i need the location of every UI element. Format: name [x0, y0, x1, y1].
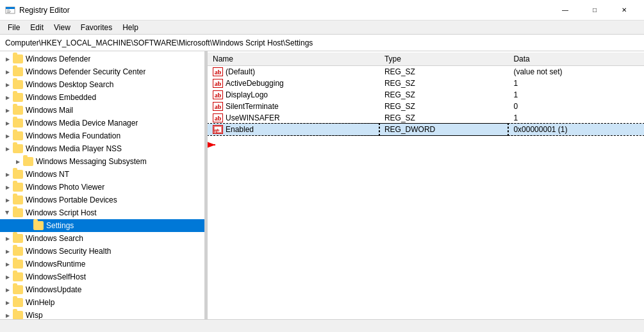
tree-label: Windows Media Foundation: [26, 131, 120, 140]
minimize-button[interactable]: —: [550, 0, 580, 21]
tree-item-windowsselfhost[interactable]: ▶ WindowsSelfHost: [0, 270, 204, 283]
table-row[interactable]: ab UseWINSAFER REG_SZ 1: [208, 112, 644, 124]
tree-item-windows-defender-security-center[interactable]: ▶ Windows Defender Security Center: [0, 65, 204, 78]
registry-editor-icon: [5, 5, 15, 15]
col-header-data[interactable]: Data: [508, 53, 644, 66]
main-content: ▶ Windows Defender ▶ Windows Defender Se…: [0, 51, 644, 319]
tree-item-windows-media-player-nss[interactable]: ▶ Windows Media Player NSS: [0, 142, 204, 155]
tree-arrow: ▶: [3, 233, 13, 244]
tree-label: Windows Media Player NSS: [26, 144, 122, 153]
tree-label: Windows Mail: [26, 106, 73, 115]
folder-icon: [13, 131, 23, 140]
folder-icon: [13, 195, 23, 204]
folder-icon: [13, 170, 23, 179]
tree-item-windows-nt[interactable]: ▶ Windows NT: [0, 168, 204, 181]
reg-name-label: SilentTerminate: [226, 102, 279, 111]
folder-icon: [13, 285, 23, 294]
tree-arrow: ▶: [3, 195, 13, 205]
reg-type: REG_SZ: [379, 66, 509, 78]
tree-label: Windows Desktop Search: [26, 80, 113, 89]
reg-dword-icon: ab 01: [213, 125, 223, 134]
reg-type: REG_SZ: [379, 101, 509, 112]
tree-item-windows-script-host[interactable]: ▶ Windows Script Host: [0, 206, 204, 219]
col-header-type[interactable]: Type: [379, 53, 509, 66]
tree-item-wisp[interactable]: ▶ Wisp: [0, 309, 204, 319]
tree-item-windows-portable-devices[interactable]: ▶ Windows Portable Devices: [0, 194, 204, 206]
tree-item-settings[interactable]: Settings: [0, 219, 204, 232]
folder-icon: [13, 247, 23, 256]
reg-data: 0x00000001 (1): [508, 124, 644, 135]
tree-item-windows-media-device-manager[interactable]: ▶ Windows Media Device Manager: [0, 117, 204, 129]
menu-bar: File Edit View Favorites Help: [0, 21, 644, 35]
reg-name: ab UseWINSAFER: [208, 112, 379, 124]
tree-label: WindowsRuntime: [26, 260, 85, 269]
svg-rect-2: [7, 10, 10, 10]
tree-item-windows-mail[interactable]: ▶ Windows Mail: [0, 104, 204, 117]
app-title: Registry Editor: [19, 6, 70, 15]
tree-label: Windows NT: [26, 170, 69, 179]
table-row[interactable]: ab ActiveDebugging REG_SZ 1: [208, 78, 644, 89]
col-header-name[interactable]: Name: [208, 53, 379, 66]
tree-item-windows-embedded[interactable]: ▶ Windows Embedded: [0, 91, 204, 104]
reg-name-label: ActiveDebugging: [226, 79, 284, 88]
menu-help[interactable]: Help: [117, 22, 144, 33]
table-row[interactable]: ab SilentTerminate REG_SZ 0: [208, 101, 644, 112]
address-bar[interactable]: Computer\HKEY_LOCAL_MACHINE\SOFTWARE\Mic…: [0, 35, 644, 51]
reg-type: REG_SZ: [379, 89, 509, 101]
tree-item-windows-photo-viewer[interactable]: ▶ Windows Photo Viewer: [0, 181, 204, 194]
tree-item-windowsupdate[interactable]: ▶ WindowsUpdate: [0, 283, 204, 296]
menu-view[interactable]: View: [49, 22, 76, 33]
title-bar: Registry Editor — □ ✕: [0, 0, 644, 21]
tree-label: Windows Messaging Subsystem: [36, 157, 147, 166]
tree-arrow: ▶: [3, 310, 13, 319]
reg-name: ab 01 Enabled: [208, 124, 379, 135]
tree-item-windows-messaging-subsystem[interactable]: ▶ Windows Messaging Subsystem: [0, 155, 204, 168]
menu-edit[interactable]: Edit: [25, 22, 49, 33]
svg-rect-4: [7, 12, 10, 13]
folder-icon: [13, 93, 23, 102]
reg-name-label-enabled: Enabled: [226, 125, 254, 134]
values-table: Name Type Data ab (Default) REG_SZ (valu…: [208, 53, 644, 135]
tree-item-windowsruntime[interactable]: ▶ WindowsRuntime: [0, 258, 204, 270]
reg-type: REG_SZ: [379, 112, 509, 124]
folder-icon: [13, 80, 23, 89]
folder-icon: [13, 260, 23, 269]
table-row-enabled[interactable]: ab 01 Enabled REG_DWORD 0x00000001 (1): [208, 124, 644, 135]
folder-icon-settings: [33, 221, 44, 230]
tree-arrow-expanded: ▶: [3, 208, 13, 218]
tree-label: WindowsSelfHost: [26, 272, 86, 281]
tree-arrow: ▶: [3, 92, 13, 103]
tree-label-settings: Settings: [46, 221, 74, 230]
folder-icon: [13, 119, 23, 128]
folder-icon: [13, 144, 23, 153]
close-button[interactable]: ✕: [609, 0, 639, 21]
reg-data: (value not set): [508, 66, 644, 78]
menu-file[interactable]: File: [3, 22, 25, 33]
tree-arrow: ▶: [3, 259, 13, 269]
tree-arrow: ▶: [3, 67, 13, 77]
menu-favorites[interactable]: Favorites: [76, 22, 117, 33]
reg-sz-icon: ab: [213, 67, 223, 76]
folder-icon: [13, 54, 23, 63]
tree-arrow: ▶: [3, 144, 13, 154]
table-row[interactable]: ab DisplayLogo REG_SZ 1: [208, 89, 644, 101]
folder-icon: [13, 234, 23, 243]
tree-item-windows-desktop-search[interactable]: ▶ Windows Desktop Search: [0, 78, 204, 91]
maximize-button[interactable]: □: [580, 0, 609, 21]
tree-label: WindowsUpdate: [26, 285, 81, 294]
tree-item-windows-search[interactable]: ▶ Windows Search: [0, 232, 204, 245]
table-row[interactable]: ab (Default) REG_SZ (value not set): [208, 66, 644, 78]
tree-arrow: ▶: [3, 54, 13, 64]
tree-item-windows-defender[interactable]: ▶ Windows Defender: [0, 53, 204, 65]
folder-icon: [13, 311, 23, 319]
folder-icon: [13, 272, 23, 281]
tree-item-windows-media-foundation[interactable]: ▶ Windows Media Foundation: [0, 129, 204, 142]
folder-icon: [13, 298, 23, 307]
svg-rect-1: [6, 7, 15, 9]
tree-item-windows-security-health[interactable]: ▶ Windows Security Health: [0, 245, 204, 258]
tree-arrow: ▶: [3, 131, 13, 141]
svg-text:01: 01: [214, 129, 218, 133]
reg-name: ab (Default): [208, 66, 379, 78]
tree-item-winhelp[interactable]: ▶ WinHelp: [0, 296, 204, 309]
annotation-arrow: [208, 138, 220, 151]
